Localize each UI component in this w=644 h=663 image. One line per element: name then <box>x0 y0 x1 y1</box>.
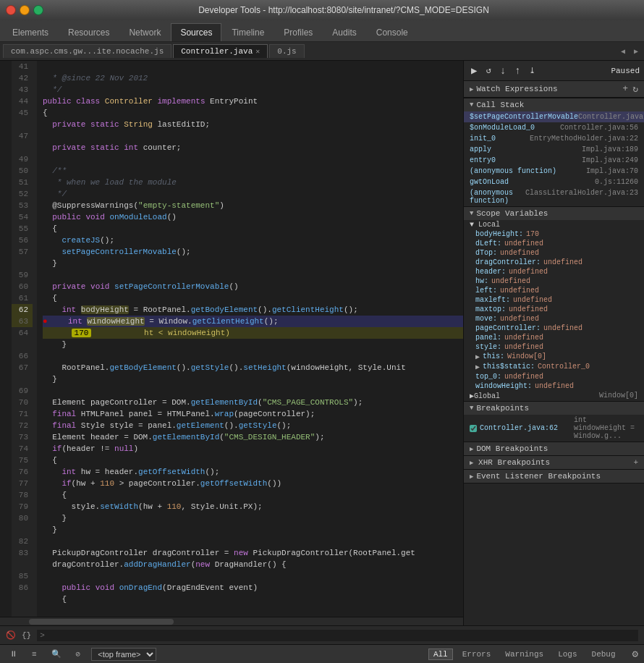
filetab-controls: ◀ ▶ <box>618 46 641 57</box>
code-line-50: * when we load the module <box>43 178 177 187</box>
code-line-67: } <box>43 375 57 384</box>
watch-add-button[interactable]: + <box>622 83 628 95</box>
callstack-item-2[interactable]: init_0 EntryMethodHolder.java:22 <box>464 133 644 144</box>
xhr-breakpoints-label: XHR Breakpoints <box>478 458 550 467</box>
close-button[interactable] <box>6 5 16 15</box>
filetab-nocache[interactable]: com.aspc.cms.gw...ite.nocache.js <box>3 44 171 58</box>
code-line-85: public void onDragEnd(DragEndEvent event… <box>43 583 258 592</box>
scope-variables-header[interactable]: ▼ Scope Variables <box>464 207 644 220</box>
filter-logs[interactable]: Logs <box>553 649 582 660</box>
filetab-controller-close[interactable]: ✕ <box>255 47 260 56</box>
console-toggle-button[interactable]: {} <box>22 631 31 640</box>
pause-exceptions-button[interactable]: ⏸ <box>6 647 21 661</box>
callstack-fn-4: entry0 <box>470 156 496 164</box>
minimize-button[interactable] <box>20 5 30 15</box>
step-into-button[interactable]: ↓ <box>497 64 509 78</box>
breakpoint-checkbox-0[interactable] <box>470 425 477 432</box>
xhr-breakpoints-header[interactable]: ▶ XHR Breakpoints + <box>464 456 644 469</box>
callstack-item-0[interactable]: $setPageControllerMovable Controller.jav… <box>464 111 644 122</box>
breakpoints-header[interactable]: ▼ Breakpoints <box>464 402 644 415</box>
code-line-60: { <box>43 294 57 303</box>
dom-breakpoints-header[interactable]: ▶ DOM Breakpoints <box>464 442 644 455</box>
event-breakpoints-section: ▶ Event Listener Breakpoints <box>464 470 644 483</box>
tab-elements[interactable]: Elements <box>3 23 58 41</box>
global-scope-header[interactable]: ▶Global Window[0] <box>464 391 644 401</box>
filter-all[interactable]: All <box>428 649 453 660</box>
right-scroll[interactable]: ▶ Watch Expressions + ↻ ▼ Call Stack <box>464 81 644 625</box>
callstack-item-3[interactable]: apply Impl.java:189 <box>464 144 644 155</box>
step-button[interactable]: ≡ <box>28 648 41 661</box>
local-scope-header[interactable]: ▼ Local <box>464 220 644 229</box>
step-over-button[interactable]: ↺ <box>483 64 493 77</box>
no-domain-button[interactable]: ⊘ <box>72 647 85 661</box>
dom-breakpoints-label: DOM Breakpoints <box>476 444 548 453</box>
settings-button[interactable]: ⚙ <box>632 648 638 660</box>
console-input[interactable] <box>37 630 638 641</box>
code-line-59: private void setPageControllerMovable() <box>43 282 239 291</box>
watch-header[interactable]: ▶ Watch Expressions + ↻ <box>464 81 644 98</box>
code-hscroll[interactable] <box>0 617 463 625</box>
local-label: Local <box>478 221 500 229</box>
frame-selector[interactable]: <top frame> <box>91 648 156 661</box>
tab-audits[interactable]: Audits <box>323 23 365 41</box>
code-line-45: private static String lastEditID; <box>43 120 210 129</box>
breakpoints-section: ▼ Breakpoints Controller.java:62 int win… <box>464 402 644 442</box>
tab-resources[interactable]: Resources <box>59 23 119 41</box>
search-button[interactable]: 🔍 <box>48 647 65 661</box>
scope-var-this-static[interactable]: ▶this$static:Controller_0 <box>464 362 644 372</box>
dom-bp-triangle: ▶ <box>470 445 473 453</box>
callstack-item-7[interactable]: (anonymousfunction) ClassLiteralHolder.j… <box>464 187 644 206</box>
callstack-fn-1: $onModuleLoad_0 <box>470 124 535 132</box>
tab-profiles[interactable]: Profiles <box>274 23 322 41</box>
code-line-42: */ <box>43 85 62 94</box>
titlebar: Developer Tools - http://localhost:8080/… <box>0 0 644 20</box>
code-line-83: dragController.addDragHandler(new DragHa… <box>43 560 287 569</box>
gutter <box>0 61 12 617</box>
code-line-61: int bodyHeight = RootPanel.getBodyElemen… <box>43 305 358 314</box>
scope-var-move: move:undefined <box>464 314 644 324</box>
callstack-fn-0: $setPageControllerMovable <box>470 113 578 121</box>
code-line-75: int hw = header.getOffsetWidth(); <box>43 468 219 476</box>
step-out-button[interactable]: ↑ <box>512 64 523 78</box>
tab-network[interactable]: Network <box>119 23 170 41</box>
code-line-64: } <box>43 340 67 349</box>
call-stack-label: Call Stack <box>476 101 524 109</box>
breakpoints-content: Controller.java:62 int windowHeight = Wi… <box>464 415 644 442</box>
deactivate-button[interactable]: ⤓ <box>526 64 538 77</box>
tab-console[interactable]: Console <box>367 23 418 41</box>
scope-var-top: top_0:undefined <box>464 372 644 381</box>
callstack-item-4[interactable]: entry0 Impl.java:249 <box>464 155 644 166</box>
filter-warnings[interactable]: Warnings <box>500 649 548 660</box>
callstack-item-1[interactable]: $onModuleLoad_0 Controller.java:56 <box>464 122 644 133</box>
callstack-fn-3: apply <box>470 145 491 153</box>
breakpoint-item-0[interactable]: Controller.java:62 int windowHeight = Wi… <box>464 415 644 442</box>
scope-var-this[interactable]: ▶this:Window[0] <box>464 352 644 362</box>
filetab-prev[interactable]: ◀ <box>618 46 628 57</box>
call-stack-triangle: ▼ <box>470 101 473 109</box>
callstack-loc-4: Impl.java:249 <box>582 156 638 164</box>
callstack-item-6[interactable]: gwtOnLoad 0.js:11260 <box>464 177 644 187</box>
code-line-78: style.setWidth(hw + 110, Style.Unit.PX); <box>43 502 263 511</box>
code-line-55: createJS(); <box>43 236 114 245</box>
event-bp-triangle: ▶ <box>470 473 473 481</box>
filetab-next[interactable]: ▶ <box>631 46 641 57</box>
call-stack-header[interactable]: ▼ Call Stack <box>464 98 644 111</box>
watch-expressions-label: Watch Expressions <box>476 85 557 93</box>
code-scroll[interactable]: 4142434445 47 4950 5152535455 5657 5960 … <box>0 61 463 617</box>
maximize-button[interactable] <box>33 5 43 15</box>
scope-variables-label: Scope Variables <box>476 209 548 218</box>
tab-sources[interactable]: Sources <box>171 23 221 41</box>
callstack-item-5[interactable]: (anonymous function) Impl.java:70 <box>464 166 644 177</box>
filetab-controller[interactable]: Controller.java ✕ <box>173 44 268 58</box>
tab-timeline[interactable]: Timeline <box>222 23 274 41</box>
resume-button[interactable]: ▶ <box>468 63 480 78</box>
event-breakpoints-label: Event Listener Breakpoints <box>476 472 601 481</box>
code-line-41: * @since 22 Nov 2012 <box>43 74 148 83</box>
filter-debug[interactable]: Debug <box>587 649 621 660</box>
xhr-add-button[interactable]: + <box>633 458 638 467</box>
console-clear-button[interactable]: 🚫 <box>6 630 16 640</box>
watch-refresh-button[interactable]: ↻ <box>632 83 638 95</box>
filter-errors[interactable]: Errors <box>457 649 496 660</box>
event-breakpoints-header[interactable]: ▶ Event Listener Breakpoints <box>464 470 644 483</box>
filetab-0js[interactable]: 0.js <box>269 44 304 58</box>
